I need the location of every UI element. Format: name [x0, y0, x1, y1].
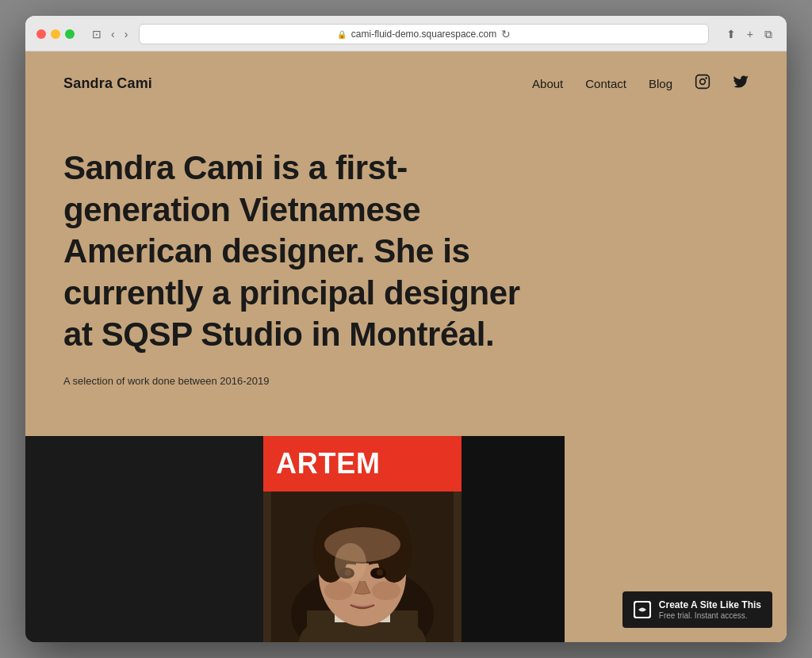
- new-tab-button[interactable]: +: [744, 27, 756, 41]
- fullscreen-button[interactable]: [65, 29, 75, 39]
- squarespace-logo-icon: [634, 601, 651, 618]
- minimize-button[interactable]: [51, 29, 60, 39]
- reload-button[interactable]: ↻: [501, 28, 511, 40]
- address-bar[interactable]: 🔒 cami-fluid-demo.squarespace.com ↻: [139, 24, 708, 44]
- site-nav: About Contact Blog: [532, 74, 749, 94]
- svg-point-21: [335, 543, 366, 583]
- share-button[interactable]: ⬆: [723, 27, 739, 41]
- back-button[interactable]: ‹: [108, 27, 118, 41]
- traffic-lights: [36, 29, 75, 39]
- svg-point-19: [324, 581, 353, 600]
- tile-button[interactable]: ⧉: [761, 27, 776, 41]
- artem-portrait: [263, 492, 462, 642]
- artem-title: ARTEM: [276, 447, 449, 480]
- nav-blog[interactable]: Blog: [649, 77, 672, 90]
- browser-chrome: ⊡ ‹ › 🔒 cami-fluid-demo.squarespace.com …: [25, 16, 787, 52]
- badge-sub-text: Free trial. Instant access.: [659, 611, 761, 620]
- window-view-button[interactable]: ⊡: [89, 26, 105, 42]
- svg-rect-0: [696, 75, 710, 89]
- close-button[interactable]: [36, 29, 46, 39]
- svg-point-20: [372, 581, 400, 600]
- website-content: Sandra Cami About Contact Blog: [25, 52, 787, 642]
- forward-button[interactable]: ›: [121, 27, 132, 41]
- portfolio-strip: 2017-19 JACKSON NEW YORK ARTEM: [25, 436, 565, 642]
- artem-header: ARTEM: [263, 436, 462, 492]
- portfolio-item-right[interactable]: ARTEM: [263, 436, 462, 642]
- browser-navigation: ⊡ ‹ ›: [89, 26, 131, 42]
- svg-point-18: [377, 569, 383, 576]
- hero-title: Sandra Cami is a first-generation Vietna…: [63, 147, 523, 356]
- badge-main-text: Create A Site Like This: [659, 599, 761, 610]
- site-logo[interactable]: Sandra Cami: [63, 75, 152, 92]
- browser-window: ⊡ ‹ › 🔒 cami-fluid-demo.squarespace.com …: [25, 16, 787, 642]
- site-header: Sandra Cami About Contact Blog: [25, 52, 787, 116]
- portfolio-item-left[interactable]: 2017-19 JACKSON NEW YORK: [25, 436, 263, 642]
- hero-section: Sandra Cami is a first-generation Vietna…: [25, 116, 787, 411]
- svg-point-1: [700, 79, 706, 85]
- lock-icon: 🔒: [337, 30, 347, 39]
- nav-about[interactable]: About: [532, 77, 563, 90]
- squarespace-badge[interactable]: Create A Site Like This Free trial. Inst…: [622, 591, 772, 628]
- twitter-icon[interactable]: [733, 74, 749, 94]
- browser-actions: ⬆ + ⧉: [723, 27, 776, 41]
- instagram-icon[interactable]: [695, 74, 710, 94]
- svg-point-2: [705, 77, 707, 79]
- hero-subtitle: A selection of work done between 2016-20…: [63, 375, 749, 387]
- nav-contact[interactable]: Contact: [585, 77, 626, 90]
- badge-text: Create A Site Like This Free trial. Inst…: [659, 599, 761, 620]
- url-text: cami-fluid-demo.squarespace.com: [351, 29, 496, 40]
